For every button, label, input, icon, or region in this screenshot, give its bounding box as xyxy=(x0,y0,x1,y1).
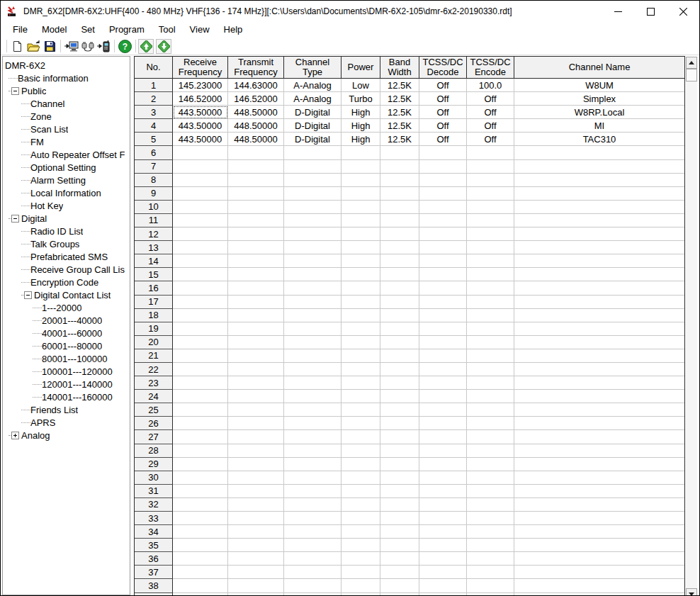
grid-cell[interactable] xyxy=(380,174,419,187)
grid-cell[interactable] xyxy=(284,552,341,566)
open-file-button[interactable] xyxy=(26,38,42,54)
grid-cell[interactable] xyxy=(173,566,228,579)
grid-cell[interactable] xyxy=(173,241,228,254)
grid-cell[interactable] xyxy=(284,417,341,430)
grid-cell[interactable] xyxy=(341,201,380,214)
tree-item-public[interactable]: Public xyxy=(3,84,130,97)
grid-cell[interactable] xyxy=(380,214,419,227)
grid-cell[interactable] xyxy=(380,376,419,390)
grid-cell[interactable] xyxy=(228,498,284,512)
grid-cell[interactable] xyxy=(380,201,419,214)
grid-cell[interactable] xyxy=(228,512,284,525)
grid-cell[interactable] xyxy=(341,146,380,159)
grid-cell[interactable] xyxy=(341,512,380,525)
grid-cell[interactable] xyxy=(173,254,228,268)
grid-cell[interactable] xyxy=(173,458,228,471)
grid-cell[interactable] xyxy=(514,336,684,349)
grid-cell[interactable] xyxy=(341,471,380,485)
grid-cell[interactable] xyxy=(514,363,684,376)
menu-model[interactable]: Model xyxy=(35,23,74,37)
grid-cell[interactable]: 145.23000 xyxy=(173,79,228,92)
grid-cell[interactable] xyxy=(284,349,341,363)
grid-cell[interactable] xyxy=(514,498,684,512)
grid-cell[interactable] xyxy=(419,593,467,595)
scrollbar-thumb[interactable] xyxy=(686,69,697,81)
row-header[interactable]: 37 xyxy=(135,566,173,579)
row-header[interactable]: 30 xyxy=(135,471,173,485)
grid-cell[interactable] xyxy=(514,485,684,498)
grid-cell[interactable] xyxy=(467,160,514,174)
grid-cell[interactable] xyxy=(173,363,228,376)
grid-cell[interactable]: TAC310 xyxy=(514,133,684,146)
column-header-band-width[interactable]: Band Width xyxy=(380,57,419,79)
new-document-button[interactable] xyxy=(9,38,26,54)
grid-cell[interactable] xyxy=(341,363,380,376)
grid-cell[interactable] xyxy=(341,241,380,254)
grid-cell[interactable] xyxy=(228,458,284,471)
menu-view[interactable]: View xyxy=(183,23,217,37)
tree-item-80001-100000[interactable]: 80001---100000 xyxy=(3,352,130,365)
grid-cell[interactable] xyxy=(284,471,341,485)
grid-cell[interactable] xyxy=(419,403,467,417)
tree-item-120001-140000[interactable]: 120001---140000 xyxy=(3,378,130,390)
tree-item-140001-160000[interactable]: 140001---160000 xyxy=(3,390,130,403)
row-header[interactable]: 15 xyxy=(135,268,173,281)
column-header-no[interactable]: No. xyxy=(135,57,173,79)
grid-cell[interactable] xyxy=(419,390,467,403)
grid-cell[interactable] xyxy=(173,174,228,187)
row-header[interactable]: 32 xyxy=(135,498,173,512)
grid-cell[interactable] xyxy=(514,146,684,159)
grid-cell[interactable] xyxy=(284,363,341,376)
grid-cell[interactable] xyxy=(173,498,228,512)
grid-cell[interactable]: 448.50000 xyxy=(228,119,284,133)
row-header[interactable]: 4 xyxy=(135,119,173,133)
grid-cell[interactable] xyxy=(380,296,419,309)
grid-cell[interactable] xyxy=(514,241,684,254)
grid-cell[interactable] xyxy=(467,363,514,376)
grid-cell[interactable] xyxy=(341,376,380,390)
grid-cell[interactable] xyxy=(228,268,284,281)
grid-cell[interactable] xyxy=(467,430,514,444)
grid-cell[interactable] xyxy=(173,390,228,403)
grid-cell[interactable] xyxy=(284,539,341,552)
grid-cell[interactable] xyxy=(380,579,419,592)
tree-item-100001-120000[interactable]: 100001---120000 xyxy=(3,365,130,378)
tree-item-aprs[interactable]: APRS xyxy=(3,416,130,429)
grid-cell[interactable] xyxy=(173,417,228,430)
grid-cell[interactable] xyxy=(341,430,380,444)
grid-cell[interactable] xyxy=(228,485,284,498)
grid-cell[interactable]: Off xyxy=(419,79,467,92)
grid-cell[interactable] xyxy=(173,403,228,417)
grid-cell[interactable] xyxy=(228,417,284,430)
grid-cell[interactable]: 100.0 xyxy=(467,79,514,92)
grid-cell[interactable] xyxy=(228,146,284,159)
grid-cell[interactable] xyxy=(284,403,341,417)
grid-cell[interactable]: 443.50000 xyxy=(173,119,228,133)
tree-item-analog[interactable]: Analog xyxy=(3,429,130,442)
row-header[interactable]: 6 xyxy=(135,146,173,159)
grid-cell[interactable]: Off xyxy=(419,133,467,146)
row-header[interactable]: 26 xyxy=(135,417,173,430)
grid-cell[interactable] xyxy=(467,593,514,595)
grid-cell[interactable] xyxy=(467,566,514,579)
tree-item-optional-setting[interactable]: Optional Setting xyxy=(3,161,130,174)
grid-cell[interactable] xyxy=(173,214,228,227)
grid-cell[interactable] xyxy=(341,281,380,295)
grid-cell[interactable] xyxy=(419,227,467,241)
menu-program[interactable]: Program xyxy=(102,23,152,37)
grid-cell[interactable] xyxy=(228,471,284,485)
grid-cell[interactable] xyxy=(284,458,341,471)
grid-cell[interactable] xyxy=(514,458,684,471)
grid-cell[interactable] xyxy=(173,146,228,159)
grid-cell[interactable] xyxy=(514,160,684,174)
grid-cell[interactable] xyxy=(467,214,514,227)
grid-cell[interactable] xyxy=(380,160,419,174)
row-header[interactable]: 28 xyxy=(135,444,173,458)
collapse-icon[interactable] xyxy=(24,291,32,299)
grid-cell[interactable]: 144.63000 xyxy=(228,79,284,92)
grid-cell[interactable] xyxy=(467,349,514,363)
grid-cell[interactable] xyxy=(173,525,228,539)
grid-cell[interactable]: Off xyxy=(419,106,467,119)
grid-cell[interactable]: Off xyxy=(467,119,514,133)
row-header[interactable]: 35 xyxy=(135,539,173,552)
